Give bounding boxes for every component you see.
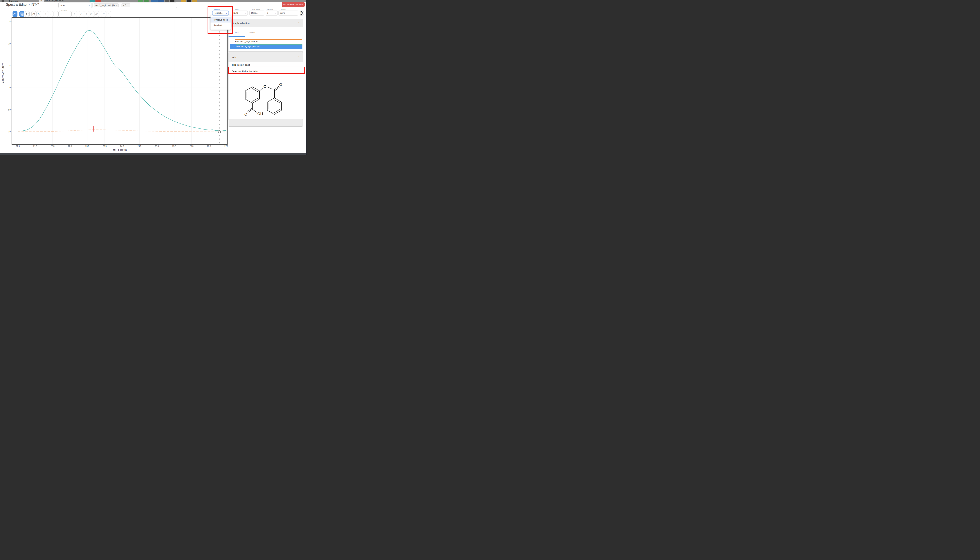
decimal-select-value: 0 (267, 12, 268, 14)
window-bottom-edge (0, 153, 306, 155)
y-tick-label: 20 (3, 43, 11, 45)
tab-mwd[interactable]: MWD (249, 31, 255, 34)
jp-minus-button[interactable]: JP- (94, 11, 99, 17)
undo-icon: ↶ (102, 13, 105, 15)
chip-remove-icon[interactable]: × (116, 4, 117, 7)
graph-selection-panel: Graph selection ^ ELU MWD 1. File: sec.1… (228, 19, 303, 52)
hamburger-icon (2, 0, 4, 2)
peak-remove-button[interactable]: P- (37, 11, 41, 17)
atom-label-o: O (279, 82, 282, 87)
close-button-label: Close without Save (285, 3, 303, 6)
more-files-chip[interactable]: + 3 ... (122, 3, 130, 7)
spectra-editor-modal: Spectra Editor - INT-7 new ▾ sec.1_bagit… (0, 2, 306, 153)
y-tick-label: 10 (3, 87, 11, 89)
file-chip[interactable]: sec.1_bagit.peak.jdx× (93, 3, 119, 7)
preset-select[interactable]: new ▾ (58, 3, 92, 8)
zoom-select-button[interactable] (19, 11, 24, 17)
submit-run-button[interactable]: ▶ (299, 11, 304, 15)
ref-area-field: Ref Area (58, 11, 72, 17)
info-body: Title : sec.3_bagit Detector: Refractive… (228, 62, 303, 119)
info-panel: Info ^ Title : sec.3_bagit Detector: Ref… (228, 52, 303, 119)
info-detector-row: Detector: Refractive index (229, 69, 303, 74)
clear-integration-button[interactable]: X (72, 11, 77, 17)
atom-label-oh: OH (257, 112, 263, 116)
file-list-item-2[interactable]: 2. File: sec.3_bagit.peak.jdx (230, 44, 302, 49)
x-tick-label: 25.0 (152, 145, 161, 147)
zoom-area-icon (20, 13, 23, 16)
background-element-tile (170, 0, 174, 2)
detector-select-value: Refracti... (214, 12, 223, 14)
detector-option-refractive-index[interactable]: Refractive index (210, 17, 231, 23)
submit-select[interactable]: save ▼ (279, 11, 298, 15)
y-tick-label: 15 (3, 65, 11, 67)
x-tick-label: 21.0 (13, 145, 22, 147)
collapse-icon[interactable]: ^ (298, 19, 299, 27)
chart-toolbar: P+ P- + - Ref Area X J+ J- JP+ JP- ↶ ↷ (13, 11, 111, 17)
tab-elu[interactable]: ELU (235, 31, 239, 34)
background-element-tile (181, 0, 186, 2)
x-tick-label: 24.5 (135, 145, 144, 147)
x-tick-label: 26.5 (205, 145, 213, 147)
close-without-save-button[interactable]: ✖Close without Save (282, 2, 305, 7)
info-title-value: sec.3_bagit (238, 64, 250, 66)
chevron-down-icon: ▼ (296, 12, 297, 14)
chevron-down-icon: ▼ (262, 12, 263, 14)
page-title: Spectra Editor - INT-7 (6, 3, 39, 7)
chromatogram-chart[interactable] (12, 17, 227, 145)
write-peaks-select[interactable]: Desc... ▼ (249, 11, 264, 15)
chevron-down-icon: ▾ (89, 4, 90, 6)
chevron-down-icon: ▼ (275, 12, 276, 14)
info-detector-value: Refractive index (242, 70, 258, 72)
graph-selection-title: Graph selection (232, 22, 249, 25)
x-tick-label: 22.0 (48, 145, 57, 147)
minus-button[interactable]: - (48, 11, 53, 17)
graph-selection-body: ELU MWD 1. File: sec.1_bagit.peak.jdx 2.… (228, 27, 303, 52)
layout-select[interactable]: SEC ▼ (232, 11, 248, 15)
atom-label-o: O (264, 84, 266, 88)
chevron-down-icon: ▼ (245, 12, 246, 14)
y-tick-label: 0.0 (3, 131, 11, 133)
blank-button[interactable] (53, 11, 58, 17)
layout-label: Layout (233, 8, 239, 10)
x-tick-label: 23.5 (100, 145, 109, 147)
plus-button[interactable]: + (43, 11, 48, 17)
detector-select[interactable]: Refracti... ▲ (212, 11, 229, 15)
j-minus-button[interactable]: J- (84, 11, 89, 17)
jp-plus-button[interactable]: JP+ (89, 11, 94, 17)
submit-label: Submit (280, 8, 286, 10)
background-search-button (90, 0, 95, 2)
detector-option-ultraviolet[interactable]: Ultraviolet (210, 23, 231, 28)
undo-button[interactable]: ↶ (101, 11, 106, 17)
detector-label: Detector (214, 8, 221, 10)
peak-add-button[interactable]: P+ (32, 11, 36, 17)
active-tab-indicator (229, 36, 245, 37)
graph-selection-header[interactable]: Graph selection ^ (228, 19, 303, 27)
x-tick-label: 23.0 (83, 145, 92, 147)
decimal-select[interactable]: 0 ▼ (265, 11, 278, 15)
background-element-tile (151, 0, 158, 2)
info-detector-label: Detector: (232, 70, 242, 72)
info-footer-bar (229, 119, 302, 127)
background-search-text: IUPAC, InChI, SMILES, RIn... (45, 0, 66, 2)
ref-area-input[interactable] (58, 11, 72, 17)
write-peaks-label: Write Peaks (251, 8, 261, 10)
redo-button[interactable]: ↷ (106, 11, 111, 17)
info-title-label: Title : (232, 64, 237, 66)
y-axis-title: ARBITRARY UNITS (2, 51, 4, 94)
background-brand: Chemotion (8, 0, 18, 2)
file-list-item-1[interactable]: 1. File: sec.1_bagit.peak.jdx (229, 39, 302, 44)
file-chip-label: sec.1_bagit.peak.jdx (95, 4, 115, 7)
file-chips-input[interactable]: sec.1_bagit.peak.jdx× + 3 ... (92, 3, 177, 8)
chevron-up-icon: ▲ (226, 13, 227, 14)
collapse-icon[interactable]: ^ (298, 52, 299, 62)
chart-canvas[interactable] (12, 17, 227, 145)
j-plus-button[interactable]: J+ (79, 11, 84, 17)
x-tick-label: 27.0 (222, 145, 231, 147)
info-header[interactable]: Info ^ (228, 52, 303, 62)
redo-icon: ↷ (108, 13, 110, 15)
line-mode-button[interactable] (13, 11, 17, 17)
x-axis-title: MILLILITERS (100, 149, 140, 151)
file-label: File: sec.3_bagit.peak.jdx (236, 45, 259, 48)
zoom-reset-button[interactable] (25, 11, 30, 17)
write-peaks-select-value: Desc... (251, 12, 258, 14)
